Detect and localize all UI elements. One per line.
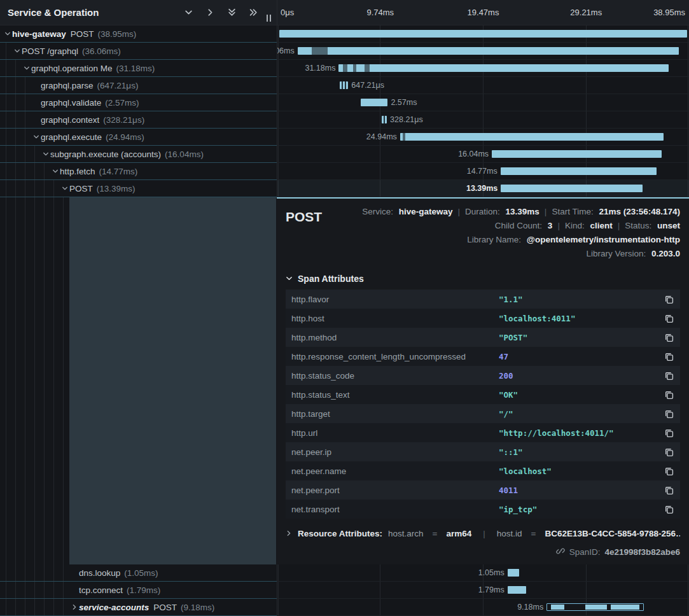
span-bar-cell[interactable] [277,25,689,43]
tree-row[interactable]: graphql.context(328.21μs)328.21μs [0,111,689,129]
span-bar-cell[interactable]: 1.79ms [277,582,689,599]
resource-attributes-toggle[interactable]: Resource Attributes:host.arch=arm64|host… [286,529,680,538]
tree-row[interactable]: http.fetch(14.77ms)14.77ms [0,163,689,180]
copy-button[interactable] [663,351,675,363]
tree-row-label-cell[interactable]: service-accountsPOST(9.18ms) [0,599,277,616]
chevron-down-icon[interactable] [41,151,50,157]
meta-label: Library Name: [467,235,524,244]
span-bar[interactable] [382,116,387,123]
tree-row[interactable]: subgraph.execute (accounts)(16.04ms)16.0… [0,146,689,163]
indent-guide [6,77,6,94]
tree-row-label-cell[interactable]: hive-gatewayPOST(38.95ms) [0,25,277,43]
span-duration-label: 31.18ms [305,64,335,73]
chevron-right-button[interactable] [205,7,216,18]
span-bar[interactable] [508,569,519,577]
chevron-down-icon[interactable] [31,134,41,140]
meta-label: Duration: [465,207,503,216]
indent-guide [6,564,6,581]
copy-button[interactable] [663,465,675,477]
span-bar[interactable] [298,47,679,55]
span-attributes-toggle[interactable]: Span Attributes [286,274,680,284]
copy-button[interactable] [663,312,675,325]
tree-row[interactable]: tcp.connect(1.79ms)1.79ms [0,582,689,599]
attribute-key: http.status_code [291,371,499,381]
copy-button[interactable] [663,389,675,401]
tree-row-label-cell[interactable]: graphql.parse(647.21μs) [0,77,277,94]
copy-icon [664,390,674,400]
span-bar-cell[interactable]: 14.77ms [277,163,689,180]
span-bar[interactable] [338,64,668,72]
chevron-down-icon[interactable] [3,31,12,37]
span-bar[interactable] [492,150,662,158]
indent-guide [6,582,6,598]
tree-row-label-cell[interactable]: http.fetch(14.77ms) [0,163,277,180]
copy-button[interactable] [663,484,675,496]
double-chevron-right-button[interactable] [248,7,259,18]
span-bar-cell[interactable]: 9.18ms [277,599,689,616]
indent-guide [53,582,54,598]
span-meta-line: Service: hive-gateway|Duration: 13.39ms|… [336,205,680,219]
span-bar[interactable] [340,81,348,89]
copy-button[interactable] [663,408,675,420]
indent-guide [63,564,64,581]
span-bar-cell[interactable]: 2.57ms [277,94,689,111]
span-bar-segment [343,64,347,72]
span-bar-cell[interactable]: 1.05ms [277,564,689,582]
tree-row-label-cell[interactable]: graphql.validate(2.57ms) [0,94,277,111]
panel-resize-handle[interactable] [267,15,271,22]
tree-row-label-cell[interactable]: subgraph.execute (accounts)(16.04ms) [0,146,277,163]
tree-row-label-cell[interactable]: graphql.operation Me(31.18ms) [0,60,277,77]
tree-header: Service & Operation [0,0,277,25]
span-bar-cell[interactable]: 16.04ms [277,146,689,163]
tree-row[interactable]: service-accountsPOST(9.18ms)9.18ms [0,599,689,616]
span-bar-cell[interactable]: 328.21μs [277,111,689,129]
link-icon[interactable] [556,547,565,557]
chevron-down-button[interactable] [183,7,194,18]
double-chevron-down-button[interactable] [226,7,237,18]
span-bar[interactable] [501,167,657,175]
copy-button[interactable] [663,293,675,305]
span-bar[interactable] [546,603,644,611]
tree-row-label-cell[interactable]: POST /graphql(36.06ms) [0,43,277,60]
span-bar-cell[interactable]: 647.21μs [277,77,689,94]
span-bar-cell[interactable]: 31.18ms [277,60,689,77]
tree-row[interactable]: POST(13.39ms)13.39ms [0,180,689,197]
tree-row-label-cell[interactable]: tcp.connect(1.79ms) [0,582,277,599]
span-bar[interactable] [501,185,643,192]
copy-button[interactable] [663,370,675,382]
tree-row-label-cell[interactable]: POST(13.39ms) [0,180,277,197]
chevron-down-icon[interactable] [12,48,22,54]
indent-guide [25,197,25,564]
chevron-down-icon[interactable] [50,168,60,174]
chevron-right-icon[interactable] [69,604,79,610]
tree-row[interactable]: graphql.operation Me(31.18ms)31.18ms [0,60,689,77]
attribute-value: "localhost:4011" [499,314,663,323]
span-detail-header: POST Service: hive-gateway|Duration: 13.… [286,205,680,261]
copy-button[interactable] [663,427,675,439]
tree-row[interactable]: graphql.validate(2.57ms)2.57ms [0,94,689,111]
tree-row[interactable]: dns.lookup(1.05ms)1.05ms [0,564,689,582]
tree-row[interactable]: graphql.parse(647.21μs)647.21μs [0,77,689,94]
topbar: Service & Operation 0μs9.74ms19.47ms29.2… [0,0,689,25]
tree-row[interactable]: hive-gatewayPOST(38.95ms) [0,25,689,43]
span-bar-cell[interactable]: 24.94ms [277,129,689,146]
copy-button[interactable] [663,503,675,515]
span-bar[interactable] [279,30,688,38]
span-bar-cell[interactable]: 36.06ms [277,43,689,60]
tree-row[interactable]: POST /graphql(36.06ms)36.06ms [0,43,689,60]
tree-row-label-cell[interactable]: graphql.context(328.21μs) [0,111,277,129]
tree-row-label-cell[interactable]: graphql.execute(24.94ms) [0,129,277,146]
span-bar[interactable] [508,586,527,594]
tree-row-label-cell[interactable]: dns.lookup(1.05ms) [0,564,277,582]
operation-name: POST /graphql [22,46,78,56]
tree-row[interactable]: graphql.execute(24.94ms)24.94ms [0,129,689,146]
span-bar-cell[interactable]: 13.39ms [277,180,689,197]
copy-button[interactable] [663,332,675,344]
span-bar[interactable] [400,133,664,141]
chevron-down-icon[interactable] [60,185,69,192]
chevron-down-icon[interactable] [22,65,31,71]
chevron-down-icon [286,275,293,282]
copy-button[interactable] [663,446,675,458]
operation-name: dns.lookup [79,568,120,578]
span-bar[interactable] [361,99,388,106]
